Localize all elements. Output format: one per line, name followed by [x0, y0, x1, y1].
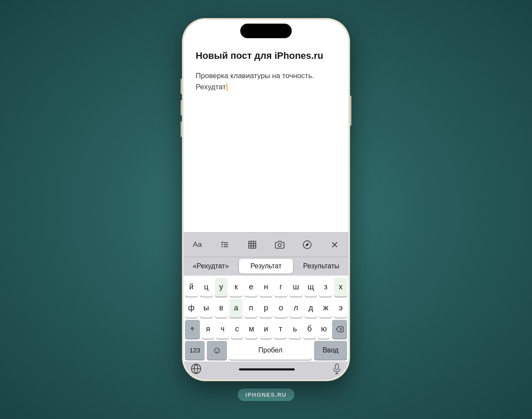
key-shift[interactable]	[185, 320, 200, 339]
svg-marker-13	[305, 243, 309, 246]
post-body: Проверка клавиатуры на точность. Рехудта…	[196, 70, 336, 225]
body-line2: Рехудтат	[196, 83, 226, 91]
key-н[interactable]: н	[260, 278, 272, 297]
key-э[interactable]: э	[334, 299, 347, 318]
key-ю[interactable]: ю	[318, 320, 330, 339]
bottom-bar	[184, 361, 348, 380]
home-indicator	[239, 368, 295, 370]
phone-frame: Новый пост для iPhones.ru Проверка клави…	[182, 18, 350, 381]
delete-icon	[336, 325, 344, 333]
key-в[interactable]: в	[215, 299, 228, 318]
mic-icon	[332, 363, 342, 374]
key-и[interactable]: и	[260, 320, 272, 339]
brand-label: IPHONES.RU	[245, 392, 287, 398]
svg-rect-6	[249, 241, 256, 248]
key-г[interactable]: г	[275, 278, 287, 297]
list-button[interactable]	[215, 237, 234, 252]
key-delete[interactable]	[332, 320, 347, 339]
camera-button[interactable]	[270, 237, 289, 252]
close-button[interactable]	[325, 237, 344, 252]
svg-point-2	[221, 244, 223, 245]
key-ф[interactable]: ф	[185, 299, 198, 318]
brand-badge: IPHONES.RU	[238, 389, 294, 401]
svg-point-4	[221, 246, 223, 247]
text-cursor	[227, 83, 227, 91]
keyboard-row-1: й ц у к е н г ш щ з х	[184, 276, 348, 297]
autocomplete-middle[interactable]: Результат	[239, 259, 293, 273]
key-return[interactable]: Ввод	[314, 341, 347, 360]
dynamic-island	[240, 24, 292, 38]
autocomplete-left[interactable]: «Рехудтат»	[184, 257, 238, 276]
svg-point-11	[278, 243, 281, 246]
key-п[interactable]: п	[245, 299, 257, 318]
key-х[interactable]: х	[334, 278, 347, 297]
key-а[interactable]: а	[230, 299, 242, 318]
key-о[interactable]: о	[275, 299, 287, 318]
shift-icon	[188, 325, 196, 333]
keyboard-row-3: я ч с м и т ь б ю	[184, 318, 348, 339]
keyboard-row-2: ф ы в а п р о л д ж э	[184, 297, 348, 318]
key-з[interactable]: з	[319, 278, 332, 297]
key-й[interactable]: й	[185, 278, 198, 297]
format-text-label: Aa	[193, 240, 202, 249]
format-text-button[interactable]: Aa	[188, 237, 207, 252]
key-emoji[interactable]: ☺	[207, 341, 227, 360]
key-ц[interactable]: ц	[200, 278, 213, 297]
globe-icon	[190, 363, 202, 374]
svg-rect-21	[335, 364, 338, 370]
autocomplete-right[interactable]: Результаты	[294, 257, 348, 276]
autocomplete-bar: «Рехудтат» Результат Результаты	[184, 257, 348, 276]
key-123[interactable]: 123	[185, 341, 205, 360]
table-icon	[248, 240, 257, 249]
compass-button[interactable]	[298, 237, 317, 252]
key-у[interactable]: у	[215, 278, 228, 297]
key-р[interactable]: р	[260, 299, 272, 318]
key-д[interactable]: д	[305, 299, 317, 318]
key-ь[interactable]: ь	[289, 320, 301, 339]
key-т[interactable]: т	[274, 320, 287, 339]
key-ы[interactable]: ы	[200, 299, 213, 318]
key-л[interactable]: л	[290, 299, 302, 318]
toolbar: Aa	[184, 232, 348, 257]
key-я[interactable]: я	[202, 320, 215, 339]
globe-button[interactable]	[190, 363, 202, 376]
phone-screen: Новый пост для iPhones.ru Проверка клави…	[184, 20, 348, 380]
list-icon	[220, 240, 230, 249]
key-м[interactable]: м	[245, 320, 258, 339]
key-б[interactable]: б	[303, 320, 316, 339]
close-icon	[330, 240, 339, 249]
keyboard-row-4: 123 ☺ Пробел Ввод	[184, 339, 348, 361]
autocomplete-divider-left	[238, 261, 239, 271]
phone-wrapper: Новый пост для iPhones.ru Проверка клави…	[182, 18, 350, 401]
content-area: Новый пост для iPhones.ru Проверка клави…	[184, 41, 348, 232]
key-щ[interactable]: щ	[305, 278, 317, 297]
key-к[interactable]: к	[230, 278, 242, 297]
key-space[interactable]: Пробел	[229, 341, 312, 360]
key-е[interactable]: е	[245, 278, 257, 297]
key-ш[interactable]: ш	[290, 278, 302, 297]
compass-icon	[302, 240, 312, 249]
body-line1: Проверка клавиатуры на точность.	[196, 72, 314, 80]
key-ж[interactable]: ж	[319, 299, 332, 318]
mic-button[interactable]	[332, 363, 342, 376]
key-с[interactable]: с	[231, 320, 243, 339]
camera-icon	[275, 240, 284, 249]
table-button[interactable]	[243, 237, 262, 252]
key-ч[interactable]: ч	[216, 320, 229, 339]
post-title: Новый пост для iPhones.ru	[196, 50, 336, 62]
